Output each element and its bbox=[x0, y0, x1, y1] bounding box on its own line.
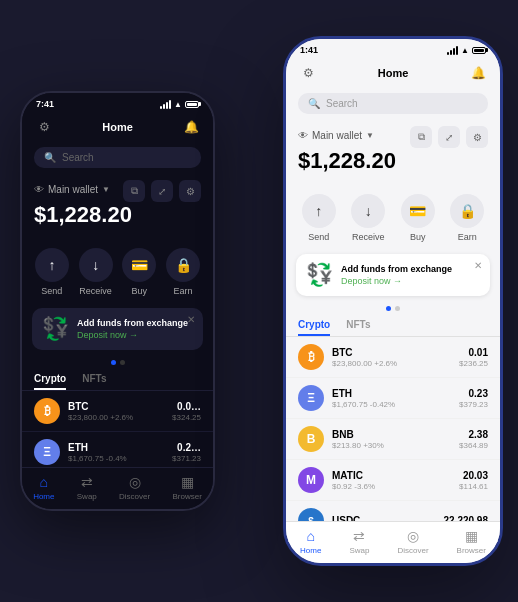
light-expand-icon[interactable]: ⤢ bbox=[438, 126, 460, 148]
dark-banner-link[interactable]: Deposit now → bbox=[77, 330, 193, 340]
light-gear-icon[interactable]: ⚙ bbox=[298, 63, 318, 83]
light-bnb-values: 2.38 $364.89 bbox=[459, 429, 488, 450]
light-matic-detail: $0.92 -3.6% bbox=[332, 482, 451, 491]
light-crypto-btc[interactable]: ₿ BTC $23,800.00 +2.6% 0.01 $236.25 bbox=[286, 337, 500, 378]
light-banner-title: Add funds from exchange bbox=[341, 264, 480, 274]
light-browser-label: Browser bbox=[457, 546, 486, 555]
dark-nav-swap[interactable]: ⇄ Swap bbox=[77, 474, 97, 501]
light-eth-icon: Ξ bbox=[298, 385, 324, 411]
dark-eth-detail: $1,670.75 -0.4% bbox=[68, 454, 164, 463]
dark-tab-nfts[interactable]: NFTs bbox=[82, 373, 106, 390]
light-bnb-amount: 2.38 bbox=[459, 429, 488, 440]
dark-eye-icon: 👁 bbox=[34, 184, 44, 195]
light-receive-label: Receive bbox=[352, 232, 385, 242]
light-nav-swap[interactable]: ⇄ Swap bbox=[349, 528, 369, 555]
light-copy-icon[interactable]: ⧉ bbox=[410, 126, 432, 148]
dark-gear-icon[interactable]: ⚙ bbox=[34, 117, 54, 137]
light-matic-name: MATIC bbox=[332, 470, 451, 481]
dark-send-icon: ↑ bbox=[35, 248, 69, 282]
light-balance: $1,228.20 bbox=[298, 148, 488, 174]
dark-status-icons: ▲ bbox=[160, 100, 199, 109]
dark-send-button[interactable]: ↑ Send bbox=[35, 248, 69, 296]
light-discover-label: Discover bbox=[397, 546, 428, 555]
dark-bell-icon[interactable]: 🔔 bbox=[181, 117, 201, 137]
light-wifi-icon: ▲ bbox=[461, 46, 469, 55]
dark-copy-icon[interactable]: ⧉ bbox=[123, 180, 145, 202]
dark-wifi-icon: ▲ bbox=[174, 100, 182, 109]
dark-action-buttons: ↑ Send ↓ Receive 💳 Buy 🔒 Earn bbox=[22, 242, 213, 302]
light-crypto-bnb[interactable]: B BNB $213.80 +30% 2.38 $364.89 bbox=[286, 419, 500, 460]
dark-nav-discover[interactable]: ◎ Discover bbox=[119, 474, 150, 501]
light-time: 1:41 bbox=[300, 45, 318, 55]
light-bnb-name: BNB bbox=[332, 429, 451, 440]
dark-dot-1 bbox=[111, 360, 116, 365]
dark-phone-content: 7:41 ▲ ⚙ Home 🔔 bbox=[22, 93, 213, 509]
light-settings-icon[interactable]: ⚙ bbox=[466, 126, 488, 148]
dark-receive-button[interactable]: ↓ Receive bbox=[79, 248, 113, 296]
light-action-buttons: ↑ Send ↓ Receive 💳 Buy 🔒 Earn bbox=[286, 188, 500, 248]
light-wallet-section: 👁 Main wallet ▼ ⧉ ⤢ ⚙ $1,228.20 bbox=[286, 118, 500, 188]
light-bnb-detail: $213.80 +30% bbox=[332, 441, 451, 450]
light-buy-label: Buy bbox=[410, 232, 426, 242]
light-earn-icon: 🔒 bbox=[450, 194, 484, 228]
light-send-button[interactable]: ↑ Send bbox=[302, 194, 336, 242]
dark-eth-values: 0.2… $371.23 bbox=[172, 442, 201, 463]
dark-settings-icon[interactable]: ⚙ bbox=[179, 180, 201, 202]
light-banner-close[interactable]: ✕ bbox=[474, 260, 482, 271]
light-dot-2 bbox=[395, 306, 400, 311]
dark-btc-amount: 0.0… bbox=[172, 401, 201, 412]
light-btc-detail: $23,800.00 +2.6% bbox=[332, 359, 451, 368]
dark-signal-icon bbox=[160, 100, 171, 109]
dark-header-title: Home bbox=[102, 121, 133, 133]
light-matic-usd: $114.61 bbox=[459, 482, 488, 491]
light-tab-crypto[interactable]: Crypto bbox=[298, 319, 330, 336]
dark-earn-button[interactable]: 🔒 Earn bbox=[166, 248, 200, 296]
light-banner-icon: 💱 bbox=[306, 262, 333, 288]
light-banner-link[interactable]: Deposit now → bbox=[341, 276, 480, 286]
light-search-bar[interactable]: 🔍 Search bbox=[298, 93, 488, 114]
light-banner: 💱 Add funds from exchange Deposit now → … bbox=[296, 254, 490, 296]
light-matic-info: MATIC $0.92 -3.6% bbox=[332, 470, 451, 491]
light-dots bbox=[286, 302, 500, 315]
light-matic-icon: M bbox=[298, 467, 324, 493]
dark-discover-label: Discover bbox=[119, 492, 150, 501]
light-signal-icon bbox=[447, 46, 458, 55]
light-eye-icon: 👁 bbox=[298, 130, 308, 141]
light-dot-1 bbox=[386, 306, 391, 311]
light-receive-button[interactable]: ↓ Receive bbox=[351, 194, 385, 242]
dark-search-placeholder: Search bbox=[62, 152, 94, 163]
light-nav-browser[interactable]: ▦ Browser bbox=[457, 528, 486, 555]
dark-expand-icon[interactable]: ⤢ bbox=[151, 180, 173, 202]
dark-btc-info: BTC $23,800.00 +2.6% bbox=[68, 401, 164, 422]
dark-nav-home[interactable]: ⌂ Home bbox=[33, 474, 54, 501]
light-wallet-dropdown[interactable]: ▼ bbox=[366, 131, 374, 140]
dark-swap-icon: ⇄ bbox=[81, 474, 93, 490]
dark-banner-close[interactable]: ✕ bbox=[187, 314, 195, 325]
light-phone: 1:41 ▲ ⚙ Home 🔔 bbox=[283, 36, 503, 566]
light-tab-nfts[interactable]: NFTs bbox=[346, 319, 370, 336]
dark-swap-label: Swap bbox=[77, 492, 97, 501]
light-header-title: Home bbox=[378, 67, 409, 79]
light-buy-button[interactable]: 💳 Buy bbox=[401, 194, 435, 242]
dark-eth-amount: 0.2… bbox=[172, 442, 201, 453]
light-earn-button[interactable]: 🔒 Earn bbox=[450, 194, 484, 242]
dark-wallet-dropdown[interactable]: ▼ bbox=[102, 185, 110, 194]
light-browser-icon: ▦ bbox=[465, 528, 478, 544]
dark-nav-browser[interactable]: ▦ Browser bbox=[172, 474, 201, 501]
light-wallet-actions: ⧉ ⤢ ⚙ bbox=[410, 126, 488, 148]
light-nav-home[interactable]: ⌂ Home bbox=[300, 528, 321, 555]
dark-wallet-label: 👁 Main wallet ▼ bbox=[34, 184, 110, 195]
dark-tab-crypto[interactable]: Crypto bbox=[34, 373, 66, 390]
light-nav-discover[interactable]: ◎ Discover bbox=[397, 528, 428, 555]
dark-wallet-row: 👁 Main wallet ▼ ⧉ ⤢ ⚙ bbox=[34, 180, 201, 202]
light-home-label: Home bbox=[300, 546, 321, 555]
light-crypto-matic[interactable]: M MATIC $0.92 -3.6% 20.03 $114.61 bbox=[286, 460, 500, 501]
light-bell-icon[interactable]: 🔔 bbox=[468, 63, 488, 83]
dark-search-bar[interactable]: 🔍 Search bbox=[34, 147, 201, 168]
dark-banner: 💱 Add funds from exchange Deposit now → … bbox=[32, 308, 203, 350]
light-crypto-eth[interactable]: Ξ ETH $1,670.75 -0.42% 0.23 $379.23 bbox=[286, 378, 500, 419]
light-btc-amount: 0.01 bbox=[459, 347, 488, 358]
dark-crypto-btc[interactable]: ₿ BTC $23,800.00 +2.6% 0.0… $324.25 bbox=[22, 391, 213, 432]
dark-buy-button[interactable]: 💳 Buy bbox=[122, 248, 156, 296]
dark-receive-icon: ↓ bbox=[79, 248, 113, 282]
